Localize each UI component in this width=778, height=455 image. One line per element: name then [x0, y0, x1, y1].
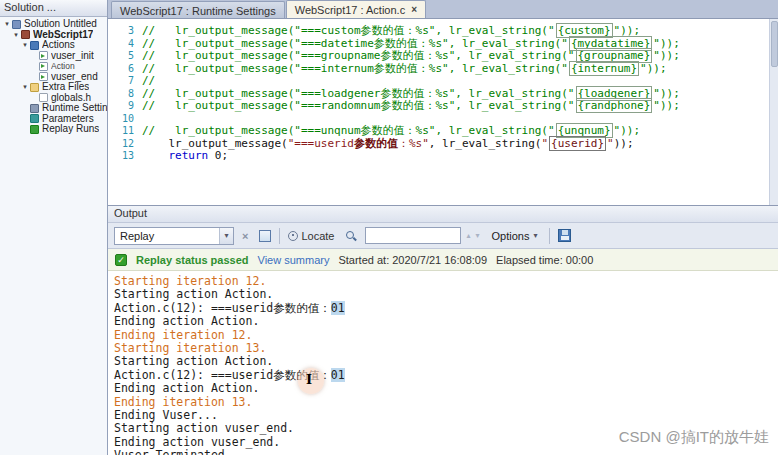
line-number[interactable]: 9	[108, 100, 142, 113]
log-text: Action.c(12): ===userid参数的值：	[114, 301, 331, 315]
log-line[interactable]: Ending action Action.	[114, 382, 778, 395]
code-segment: ：%s"	[398, 137, 429, 150]
text-cursor-icon: I	[306, 372, 312, 387]
locate-button[interactable]: Locate	[285, 229, 337, 243]
tree-item-runtime-settings[interactable]: Runtime Settings	[0, 103, 107, 114]
code-segment: //	[142, 74, 155, 87]
solution-explorer-header[interactable]: Solution ...	[0, 0, 107, 17]
log-line[interactable]: Vuser Terminated.	[114, 449, 778, 455]
locate-label: Locate	[301, 230, 334, 242]
log-line[interactable]: Ending iteration 12.	[114, 329, 778, 342]
search-input[interactable]	[365, 227, 461, 244]
tree-expander-icon[interactable]: ▾	[3, 19, 11, 30]
line-number[interactable]: 10	[108, 113, 142, 126]
search-icon	[345, 230, 357, 242]
tab-label: WebScript17 : Runtime Settings	[120, 5, 276, 17]
tree-item-label: WebScript17	[33, 30, 93, 41]
tree-item-extra-files[interactable]: ▾Extra Files	[0, 82, 107, 93]
tree-item-label: Parameters	[42, 114, 94, 125]
toolbar-separator	[549, 228, 550, 244]
clear-log-button[interactable]: ×	[239, 229, 251, 243]
log-line[interactable]: Starting iteration 12.	[114, 275, 778, 288]
code-lines: 3// lr_output_message("===custom参数的值：%s"…	[108, 19, 778, 163]
tree-item-label: Runtime Settings	[42, 103, 107, 114]
folder-icon	[30, 83, 39, 92]
parameter-box: {randphone}	[576, 98, 653, 113]
output-toolbar: Replay ▾ × Locate ▴ ▾ Options ▾	[108, 223, 778, 249]
tab-close-icon[interactable]: ×	[411, 5, 417, 15]
tree-item-label: Actions	[42, 40, 75, 51]
tree-item-vuser-init[interactable]: vuser_init	[0, 51, 107, 62]
export-icon	[259, 230, 271, 242]
code-segment: , lr_eval_string(	[429, 137, 542, 150]
tab-runtime-settings[interactable]: WebScript17 : Runtime Settings	[111, 1, 285, 18]
log-text: Ending Vuser...	[114, 408, 218, 422]
options-label: Options	[492, 230, 530, 242]
tree-item-replay-runs[interactable]: Replay Runs	[0, 124, 107, 135]
find-previous-icon[interactable]: ▴	[466, 231, 470, 240]
actions-folder-icon	[30, 41, 39, 50]
tree-expander-icon[interactable]: ▾	[21, 82, 29, 93]
line-number[interactable]: 11	[108, 125, 142, 138]
code-segment: // lr_output_message("===loadgener参数的值：%…	[142, 87, 575, 100]
chevron-down-icon[interactable]: ▾	[219, 228, 233, 244]
parameter-value-highlight: 01	[331, 368, 345, 382]
code-segment: "));	[653, 37, 680, 50]
tree-item-vuser-end[interactable]: vuser_end	[0, 72, 107, 83]
code-segment: lr_output_message(	[142, 137, 288, 150]
line-number[interactable]: 13	[108, 150, 142, 163]
line-number[interactable]: 5	[108, 50, 142, 63]
code-line-9[interactable]: 9// lr_output_message("===randomnum参数的值：…	[108, 100, 778, 113]
code-segment: "));	[653, 99, 680, 112]
tree-item-label: Extra Files	[42, 82, 89, 93]
output-panel: Output Replay ▾ × Locate ▴ ▾	[108, 205, 778, 455]
tree-item-label: vuser_init	[51, 51, 94, 62]
line-number[interactable]: 7	[108, 75, 142, 88]
log-line[interactable]: Ending action Action.	[114, 315, 778, 328]
find-next-icon[interactable]: ▾	[475, 231, 479, 240]
log-line[interactable]: Starting action Action.	[114, 288, 778, 301]
log-line[interactable]: Starting action Action.	[114, 355, 778, 368]
tree-expander-icon[interactable]: ▾	[12, 30, 20, 41]
tree-item-action[interactable]: Action	[0, 61, 107, 72]
log-line[interactable]: Ending iteration 13.	[114, 396, 778, 409]
editor-tabs: WebScript17 : Runtime SettingsWebScript1…	[108, 0, 778, 19]
log-text: Starting action Action.	[114, 354, 273, 368]
code-text: // lr_output_message("===internum参数的值：%s…	[142, 63, 667, 76]
log-line[interactable]: Action.c(12): ===userid参数的值：01	[114, 369, 778, 382]
tree-item-globals-h[interactable]: globals.h	[0, 93, 107, 104]
scrollbar-thumb[interactable]	[771, 21, 778, 67]
tree-item-actions[interactable]: ▾Actions	[0, 40, 107, 51]
code-line-13[interactable]: 13 return 0;	[108, 150, 778, 163]
code-editor[interactable]: 3// lr_output_message("===custom参数的值：%s"…	[108, 19, 778, 205]
log-mode-select[interactable]: Replay ▾	[114, 227, 234, 245]
line-number[interactable]: 6	[108, 63, 142, 76]
tree-item-label: Solution Untitled	[24, 19, 97, 30]
tree-item-webscript17[interactable]: ▾WebScript17	[0, 30, 107, 41]
save-log-button[interactable]	[555, 228, 574, 243]
view-summary-link[interactable]: View summary	[258, 254, 330, 266]
line-number[interactable]: 8	[108, 88, 142, 101]
vugen-window: Solution ... ▾Solution Untitled▾WebScrip…	[0, 0, 778, 455]
line-number[interactable]: 4	[108, 38, 142, 51]
log-mode-value: Replay	[120, 230, 154, 242]
tree-expander-icon[interactable]: ▾	[21, 40, 29, 51]
tree-item-solution-untitled[interactable]: ▾Solution Untitled	[0, 19, 107, 30]
log-text: Starting iteration 13.	[114, 341, 266, 355]
log-line[interactable]: Ending Vuser...	[114, 409, 778, 422]
export-log-button[interactable]	[256, 229, 274, 243]
log-line[interactable]: Starting iteration 13.	[114, 342, 778, 355]
search-button[interactable]	[342, 229, 360, 243]
line-number[interactable]: 12	[108, 138, 142, 151]
code-line-6[interactable]: 6// lr_output_message("===internum参数的值：%…	[108, 63, 778, 76]
close-icon: ×	[242, 230, 248, 242]
tab-action-c[interactable]: WebScript17 : Action.c×	[286, 0, 426, 18]
tree-item-label: Action	[51, 61, 75, 72]
log-line[interactable]: Action.c(12): ===userid参数的值：01	[114, 302, 778, 315]
action-file-icon	[39, 51, 48, 60]
tree-item-parameters[interactable]: Parameters	[0, 114, 107, 125]
log-text: Vuser Terminated.	[114, 448, 232, 455]
options-button[interactable]: Options ▾	[485, 227, 545, 245]
editor-vertical-scrollbar[interactable]	[769, 19, 778, 205]
line-number[interactable]: 3	[108, 25, 142, 38]
